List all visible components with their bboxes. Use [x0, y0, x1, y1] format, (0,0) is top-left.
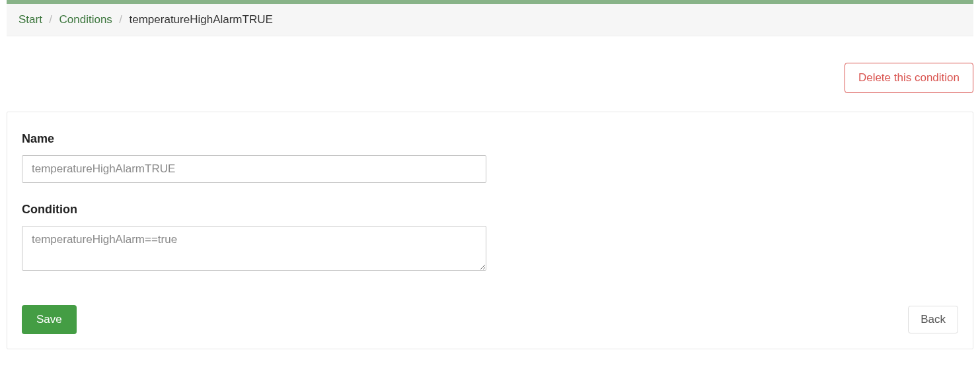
condition-textarea[interactable]: [22, 226, 486, 271]
breadcrumb-current: temperatureHighAlarmTRUE: [130, 13, 273, 26]
button-row: Save Back: [22, 305, 958, 334]
content: Delete this condition Name Condition Sav…: [7, 36, 973, 349]
condition-label: Condition: [22, 203, 958, 217]
breadcrumb-conditions[interactable]: Conditions: [59, 13, 112, 26]
breadcrumb-start[interactable]: Start: [19, 13, 42, 26]
form-group-name: Name: [22, 132, 958, 183]
delete-condition-button[interactable]: Delete this condition: [845, 63, 973, 93]
name-input[interactable]: [22, 155, 486, 183]
breadcrumb: Start / Conditions / temperatureHighAlar…: [7, 4, 973, 36]
save-button[interactable]: Save: [22, 305, 77, 334]
back-button[interactable]: Back: [908, 306, 958, 333]
form-panel: Name Condition Save Back: [7, 112, 973, 349]
name-label: Name: [22, 132, 958, 146]
action-row: Delete this condition: [7, 63, 973, 93]
breadcrumb-sep: /: [49, 13, 52, 26]
form-group-condition: Condition: [22, 203, 958, 273]
breadcrumb-sep: /: [119, 13, 122, 26]
